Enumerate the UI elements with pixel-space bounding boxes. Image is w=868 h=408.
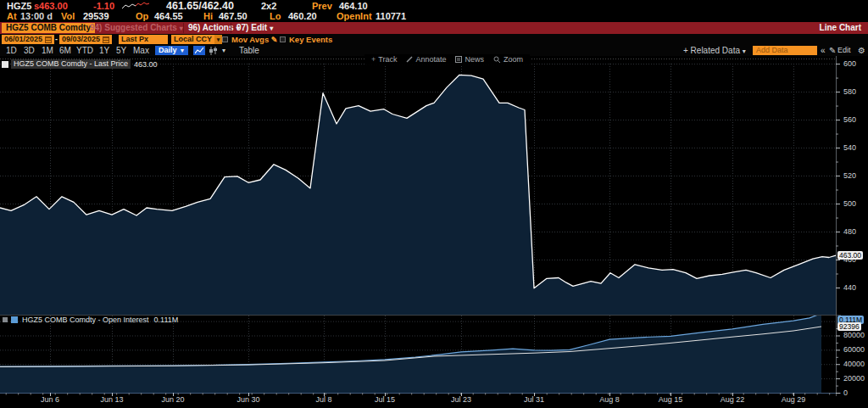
oi-axis-label: 0 [843,388,848,397]
sparkline-icon [121,2,150,10]
at-label: At [7,11,17,21]
table-button[interactable]: Table [239,46,259,55]
last-price: s463.00 [34,1,68,11]
price-axis-label: 580 [843,87,856,96]
openint-label: OpenInt [337,11,372,21]
oi-axis-label: 20000 [843,374,865,383]
date-axis-label: Jun 13 [100,395,123,404]
security-field[interactable]: HGZ5 COMB Comdty [2,23,95,33]
secondary-value-badge: 92396 [837,322,861,331]
period-1y[interactable]: 1Y [99,46,109,55]
related-data-button[interactable]: + Related Data ▾ [683,46,746,55]
period-max[interactable]: Max [133,46,149,55]
collapse-button[interactable]: « [821,46,826,55]
key-events-checkbox[interactable] [280,36,286,42]
pencil-icon: ✎ [829,46,836,55]
date-axis-label: Jun 6 [41,395,59,404]
chevron-down-icon[interactable]: ▾ [214,35,222,44]
date-to-field[interactable]: 09/03/2025 [59,35,112,44]
date-axis-label: Aug 8 [599,395,620,404]
pencil-icon[interactable]: ✎ [271,36,278,44]
calendar-icon[interactable] [103,36,109,43]
study-field[interactable]: Last Px [119,35,168,44]
date-axis-label: Jul 23 [451,395,471,404]
frequency-select[interactable]: Daily▼ [155,46,188,55]
price-axis-label: 600 [843,59,856,68]
date-axis-label: Aug 29 [782,395,806,404]
price-axis-label: 440 [843,283,856,292]
price-axis-label: 540 [843,143,856,152]
candlestick-icon [209,47,217,55]
menu-bar: HGZ5 COMB Comdty 94) Suggested Charts▾ 9… [0,22,868,34]
track-tool[interactable]: +Track [371,55,397,64]
date-axis-label: Aug 22 [721,395,745,404]
lo-value: 460.20 [288,11,317,21]
vol-label: Vol [61,11,75,21]
quote-time: 13:00 d [20,11,53,21]
period-5y[interactable]: 5Y [116,46,126,55]
crosshair-icon: + [371,56,376,64]
menu-separator [231,23,231,33]
series-label: HGZ5 COMB Comdty - Open Interest [22,316,149,324]
chart-area[interactable]: +Track Annotate News Zoom HGZ5 COMB Comd… [0,56,868,408]
chart-canvas [0,56,868,398]
oi-axis-label: 40000 [843,360,865,368]
date-axis-label: Jul 31 [524,395,544,404]
price-legend[interactable]: HGZ5 COMB Comdty - Last Price 463.00 [2,59,158,69]
ticker-symbol: HGZ5 [7,1,31,11]
series-checkbox[interactable] [2,61,8,68]
hi-value: 467.50 [219,11,248,21]
price-axis-label: 560 [843,115,856,124]
period-1d[interactable]: 1D [6,46,17,55]
date-axis-label: Jun 30 [236,395,259,404]
open-interest-legend[interactable]: HGZ5 COMB Comdty - Open Interest 0.111M [3,316,178,324]
range-toolbar: 06/01/2025 - 09/03/2025 Last Px Local CC… [0,34,868,45]
annotate-pencil-icon [406,56,413,63]
price-axis-label: 500 [843,199,856,208]
mov-avgs-checkbox[interactable] [222,36,228,42]
prev-label: Prev [312,1,332,11]
annotate-tool[interactable]: Annotate [406,55,446,64]
zoom-tool[interactable]: Zoom [493,55,523,64]
mov-avgs-label[interactable]: Mov Avgs ✎ [231,35,277,44]
period-3d[interactable]: 3D [24,46,35,55]
date-axis-label: Jun 20 [161,395,184,404]
gear-icon[interactable]: ⚙ [858,46,865,55]
news-tool[interactable]: News [455,55,484,64]
oi-axis-label: 60000 [843,345,865,354]
op-value: 464.55 [154,11,183,21]
period-6m[interactable]: 6M [59,46,71,55]
bloomberg-gp-screen: HGZ5 s463.00 -1.10 461.65/462.40 2x2 Pre… [0,0,868,408]
last-price-badge: 463.00 [837,251,863,260]
series-swatch [11,316,18,323]
date-axis-label: Jul 15 [375,395,395,404]
period-ytd[interactable]: YTD [76,46,93,55]
line-chart-type-button[interactable] [193,46,205,55]
price-axis-label: 480 [843,227,856,236]
op-label: Op [136,11,148,21]
series-value: 0.111M [154,316,179,324]
menu-separator [183,23,184,33]
news-icon [455,56,462,63]
actions-menu[interactable]: 96) Actions▾ [188,23,240,33]
add-data-input[interactable]: Add Data [753,46,817,55]
chart-tools: +Track Annotate News Zoom [364,54,530,64]
edit-menu[interactable]: 97) Edit▾ [236,23,273,33]
price-axis-label: 520 [843,171,856,180]
series-value: 463.00 [134,60,158,69]
hi-label: Hi [203,11,213,21]
period-1m[interactable]: 1M [42,46,53,55]
lo-label: Lo [270,11,281,21]
price-change: -1.10 [93,1,114,11]
openint-value: 110771 [376,11,406,21]
candle-chart-type-button[interactable] [207,46,219,55]
magnifier-icon [493,56,501,64]
date-range-dash: - [55,35,58,43]
suggested-charts-menu[interactable]: 94) Suggested Charts▾ [90,23,183,33]
date-from-field[interactable]: 06/01/2025 [2,35,54,44]
calendar-icon[interactable] [45,36,52,43]
currency-select[interactable]: Local CCY▾ [171,35,222,44]
chart-type-dropdown[interactable]: ▾ [222,46,225,55]
key-events-label[interactable]: Key Events [289,35,332,44]
collapse-handle-icon[interactable] [3,317,8,322]
